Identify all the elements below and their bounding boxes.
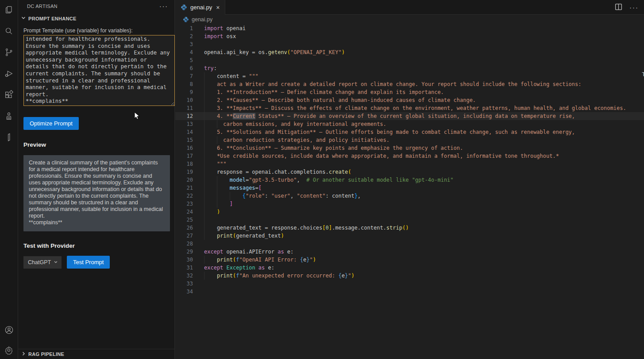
tab-genai-py[interactable]: genai.py × <box>175 0 225 15</box>
source-control-icon[interactable] <box>4 47 14 58</box>
sidebar-title: DC ARTISAN <box>27 4 58 9</box>
code-line: 5 <box>175 56 644 64</box>
code-line: 16 6. **Conclusion** – Summarize key poi… <box>175 144 644 152</box>
code-line: 4openai.api_key = os.getenv("OPENAI_API_… <box>175 48 644 56</box>
provider-selected-value: ChatGPT <box>28 259 51 265</box>
code-line: 26 generated_text = response.choices[0].… <box>175 224 644 232</box>
section-prompt-enhance-header[interactable]: PROMPT ENHANCE <box>18 12 174 24</box>
sidebar-more-actions-icon[interactable]: ··· <box>159 4 168 8</box>
code-line: 12 4. **Current Status** – Provide an ov… <box>175 112 644 120</box>
code-line: 14 5. **Solutions and Mitigation** – Out… <box>175 128 644 136</box>
line-number: 20 <box>175 176 193 184</box>
line-number: 17 <box>175 152 193 160</box>
code-line: 2import osx <box>175 32 644 40</box>
test-with-provider-heading: Test with Provider <box>23 242 169 249</box>
code-line: 27 print(generated_text) <box>175 232 644 240</box>
chevron-down-icon <box>54 259 58 265</box>
code-line: 11 3. **Impacts** – Discuss the effects … <box>175 104 644 112</box>
prompt-book-icon[interactable] <box>4 132 14 143</box>
tab-filename: genai.py <box>190 4 212 11</box>
line-number: 25 <box>175 216 193 224</box>
line-number: 1 <box>175 24 193 32</box>
breadcrumb[interactable]: genai.py <box>175 15 644 24</box>
prompt-template-label: Prompt Template (use {variable} for vari… <box>23 27 169 34</box>
tab-bar: genai.py × ··· <box>175 0 644 15</box>
editor-group: genai.py × ··· genai.py 1import openai2i… <box>175 0 644 359</box>
code-line: 20 model="gpt-3.5-turbo", # Or another s… <box>175 176 644 184</box>
code-line: 6try: <box>175 64 644 72</box>
code-line: 34 <box>175 288 644 296</box>
line-number: 16 <box>175 144 193 152</box>
line-number: 9 <box>175 88 193 96</box>
search-icon[interactable] <box>4 26 14 36</box>
line-number: 34 <box>175 288 193 296</box>
line-number: 23 <box>175 200 193 208</box>
line-number: 22 <box>175 192 193 200</box>
line-number: 21 <box>175 184 193 192</box>
line-number: 6 <box>175 64 193 72</box>
split-editor-icon[interactable] <box>615 3 622 12</box>
code-line: 1import openai <box>175 24 644 32</box>
code-line: 18 """ <box>175 160 644 168</box>
code-line: 28 <box>175 240 644 248</box>
code-line: 33 <box>175 280 644 288</box>
line-number: 10 <box>175 96 193 104</box>
vscode-window: DC ARTISAN ··· PROMPT ENHANCE Prompt Tem… <box>0 0 644 359</box>
section-label: RAG PIPELINE <box>28 351 64 357</box>
code-line: 25 <box>175 216 644 224</box>
line-number: 26 <box>175 224 193 232</box>
run-debug-icon[interactable] <box>4 68 14 79</box>
line-number: 15 <box>175 136 193 144</box>
line-number: 32 <box>175 272 193 280</box>
activity-bar <box>0 0 18 359</box>
code-line: 8 act as a Writer and create a detailed … <box>175 80 644 88</box>
code-editor[interactable]: 1import openai2import osx34openai.api_ke… <box>175 24 644 296</box>
code-line: 21 messages=[ <box>175 184 644 192</box>
test-prompt-button[interactable]: Test Prompt <box>67 256 110 269</box>
line-number: 19 <box>175 168 193 176</box>
preview-text: Create a clinical summary of the patient… <box>23 155 170 231</box>
line-number: 14 <box>175 128 193 136</box>
line-number: 28 <box>175 240 193 248</box>
line-number: 13 <box>175 120 193 128</box>
settings-gear-icon[interactable] <box>4 345 14 355</box>
code-line: 30 print(f"OpenAI API Error: {e}") <box>175 256 644 264</box>
code-line: 17 *Use credible sources, include data w… <box>175 152 644 160</box>
sidebar-dc-artisan: DC ARTISAN ··· PROMPT ENHANCE Prompt Tem… <box>18 0 175 359</box>
prompt-template-input[interactable] <box>23 35 175 106</box>
line-number: 7 <box>175 72 193 80</box>
code-line: 31except Exception as e: <box>175 264 644 272</box>
account-icon[interactable] <box>4 324 14 335</box>
code-line: 15 carbon reduction strategies, and poli… <box>175 136 644 144</box>
line-number: 31 <box>175 264 193 272</box>
code-line: 3 <box>175 40 644 48</box>
code-line: 24 ) <box>175 208 644 216</box>
provider-select[interactable]: ChatGPT <box>23 256 62 269</box>
line-number: 29 <box>175 248 193 256</box>
editor-more-actions-icon[interactable]: ··· <box>629 6 639 9</box>
code-line: 22 {"role": "user", "content": content}, <box>175 192 644 200</box>
code-line: 19 response = openai.chat.completions.cr… <box>175 168 644 176</box>
code-line: 29except openai.APIError as e: <box>175 248 644 256</box>
explorer-icon[interactable] <box>4 4 14 15</box>
optimize-prompt-button[interactable]: Optimize Prompt <box>23 117 79 130</box>
line-number: 18 <box>175 160 193 168</box>
section-label: PROMPT ENHANCE <box>28 16 77 21</box>
line-number: 11 <box>175 104 193 112</box>
python-file-icon <box>181 4 187 11</box>
extensions-icon[interactable] <box>4 90 14 100</box>
code-line: 32 print(f"An unexpected error occurred:… <box>175 272 644 280</box>
line-number: 12 <box>175 112 193 120</box>
chevron-right-icon <box>21 351 26 358</box>
code-line: 13 carbon emissions, and key internation… <box>175 120 644 128</box>
dc-artisan-icon[interactable] <box>4 111 14 121</box>
python-file-icon <box>183 16 189 23</box>
section-rag-pipeline-header[interactable]: RAG PIPELINE <box>18 349 174 359</box>
tab-close-icon[interactable]: × <box>215 4 220 11</box>
code-line: 23 ] <box>175 200 644 208</box>
clipped-edge-fragment: T <box>642 71 644 78</box>
preview-heading: Preview <box>23 141 169 148</box>
breadcrumb-filename: genai.py <box>192 16 212 23</box>
chevron-down-icon <box>21 15 26 22</box>
code-line: 10 2. **Causes** – Describe both natural… <box>175 96 644 104</box>
